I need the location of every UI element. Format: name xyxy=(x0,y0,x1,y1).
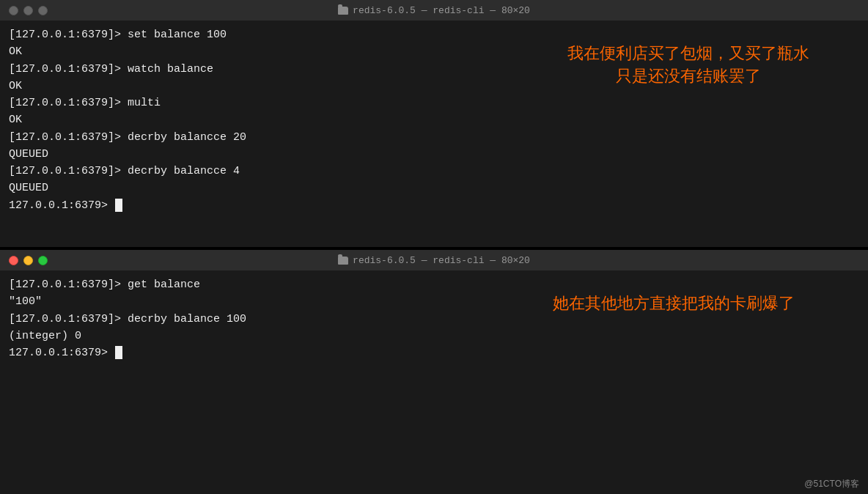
app-container: redis-6.0.5 — redis-cli — 80×20 [127.0.0… xyxy=(0,0,868,494)
annotation-bottom: 她在其他地方直接把我的卡刷爆了 xyxy=(553,292,795,315)
annotation-top-line2: 只是还没有结账罢了 xyxy=(567,65,809,88)
title-bar-bottom: redis-6.0.5 — redis-cli — 80×20 xyxy=(0,250,868,270)
line-1: [127.0.0.1:6379]> set balance 100 xyxy=(9,26,859,43)
annotation-top: 我在便利店买了包烟，又买了瓶水 只是还没有结账罢了 xyxy=(567,43,809,88)
line-8: QUEUED xyxy=(9,146,859,163)
terminal-window-bottom: redis-6.0.5 — redis-cli — 80×20 [127.0.0… xyxy=(0,250,868,494)
line-7: [127.0.0.1:6379]> decrby balancce 20 xyxy=(9,129,859,146)
traffic-lights-top xyxy=(9,6,48,15)
terminal-content-bottom: [127.0.0.1:6379]> get balance "100" [127… xyxy=(0,270,868,494)
traffic-lights-bottom xyxy=(9,256,48,265)
line-11: 127.0.0.1:6379> xyxy=(9,197,859,214)
annotation-bottom-text: 她在其他地方直接把我的卡刷爆了 xyxy=(553,292,795,315)
watermark: @51CTO博客 xyxy=(804,477,859,491)
minimize-button-top[interactable] xyxy=(23,6,33,15)
line-6: OK xyxy=(9,111,859,128)
terminal-content-top: [127.0.0.1:6379]> set balance 100 OK [12… xyxy=(0,21,868,247)
maximize-button-top[interactable] xyxy=(38,6,48,15)
title-text-top: redis-6.0.5 — redis-cli — 80×20 xyxy=(338,5,530,16)
cursor-bottom xyxy=(115,346,122,359)
minimize-button-bottom[interactable] xyxy=(23,256,33,265)
cursor-top xyxy=(115,199,122,212)
b-line-4: (integer) 0 xyxy=(9,328,859,344)
b-line-1: [127.0.0.1:6379]> get balance xyxy=(9,276,859,293)
folder-icon-top xyxy=(338,7,348,15)
title-text-bottom: redis-6.0.5 — redis-cli — 80×20 xyxy=(338,255,530,266)
folder-icon-bottom xyxy=(338,257,348,265)
b-line-5: 127.0.0.1:6379> xyxy=(9,344,859,361)
title-label-bottom: redis-6.0.5 — redis-cli — 80×20 xyxy=(353,255,530,266)
title-label-top: redis-6.0.5 — redis-cli — 80×20 xyxy=(353,5,530,16)
line-9: [127.0.0.1:6379]> decrby balancce 4 xyxy=(9,163,859,180)
close-button-top[interactable] xyxy=(9,6,18,15)
annotation-top-line1: 我在便利店买了包烟，又买了瓶水 xyxy=(567,43,809,65)
maximize-button-bottom[interactable] xyxy=(38,256,48,265)
close-button-bottom[interactable] xyxy=(9,256,18,265)
line-5: [127.0.0.1:6379]> multi xyxy=(9,95,859,111)
terminal-window-top: redis-6.0.5 — redis-cli — 80×20 [127.0.0… xyxy=(0,0,868,247)
line-10: QUEUED xyxy=(9,180,859,196)
title-bar-top: redis-6.0.5 — redis-cli — 80×20 xyxy=(0,0,868,21)
